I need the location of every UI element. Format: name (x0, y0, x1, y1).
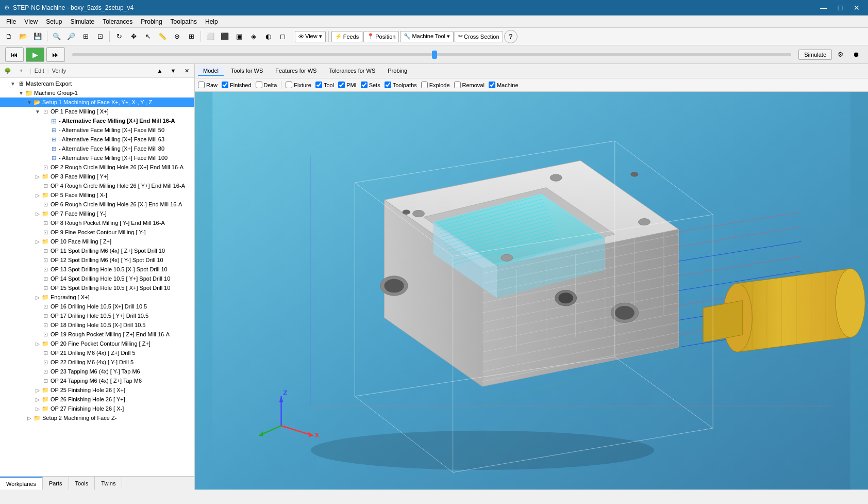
vo-fixture-checkbox[interactable] (286, 82, 292, 88)
tree-op2[interactable]: ▷ ⊡ OP 2 Rough Circle Milling Hole 26 [X… (0, 162, 194, 172)
vo-delta[interactable]: Delta (256, 82, 277, 88)
grid-button[interactable]: ⊞ (185, 30, 198, 43)
vo-fixture[interactable]: Fixture (286, 82, 311, 88)
close-panel-button[interactable]: ✕ (181, 66, 192, 76)
tree-alt3[interactable]: ▷ ⊞ - Alternative Face Milling [X+] Face… (0, 135, 194, 144)
vo-finished[interactable]: Finished (222, 82, 252, 88)
view-top-button[interactable]: ▣ (232, 30, 246, 43)
tree-op21[interactable]: ▷ ⊡ OP 21 Drilling M6 (4x) [ Z+] Drill 5 (0, 348, 194, 357)
tree-op23[interactable]: ▷ ⊡ OP 23 Tapping M6 (4x) [ Y-] Tap M6 (0, 367, 194, 376)
progress-bar[interactable] (72, 53, 791, 56)
record-button[interactable]: ⏺ (849, 48, 863, 61)
tree-op19[interactable]: ▷ ⊡ OP 19 Rough Pocket Milling [ Z+] End… (0, 330, 194, 339)
tree-op4[interactable]: ▷ ⊡ OP 4 Rough Circle Milling Hole 26 [ … (0, 181, 194, 190)
view-iso-button[interactable]: ◈ (247, 30, 260, 43)
tab-tools[interactable]: Tools (69, 477, 95, 490)
expander-op10[interactable]: ▷ (34, 238, 41, 245)
edit-label[interactable]: Edit (35, 68, 44, 74)
vo-explode-checkbox[interactable] (421, 82, 428, 88)
tree-engraving[interactable]: ▷ 📁 Engraving [ X+] (0, 292, 194, 302)
tree-op1[interactable]: ▼ ⊡ OP 1 Face Milling [ X+] (0, 107, 194, 116)
minimize-button[interactable]: — (816, 1, 831, 15)
rt-tab-probing[interactable]: Probing (382, 67, 412, 76)
vo-toolpaths[interactable]: Toolpaths (385, 82, 417, 88)
tree-op20[interactable]: ▷ 📁 OP 20 Fine Pocket Contour Milling [ … (0, 339, 194, 348)
menu-tolerances[interactable]: Tolerances (98, 16, 137, 27)
vo-removal-checkbox[interactable] (454, 82, 461, 88)
vo-pmi[interactable]: PMI (338, 82, 357, 88)
tree-alt2[interactable]: ▷ ⊞ - Alternative Face Milling [X+] Face… (0, 125, 194, 135)
tree-op15[interactable]: ▷ ⊡ OP 15 Spot Drilling Hole 10.5 [ X+] … (0, 283, 194, 292)
tree-op7[interactable]: ▷ 📁 OP 7 Face Milling [ Y-] (0, 209, 194, 218)
tree-setup1[interactable]: ▼ 📂 Setup 1 Machining of Face X+, Y+, X-… (0, 97, 194, 107)
vo-toolpaths-checkbox[interactable] (385, 82, 391, 88)
select-button[interactable]: ↖ (141, 30, 155, 43)
expander-engraving[interactable]: ▷ (34, 294, 41, 301)
expander-root[interactable]: ▼ (9, 80, 16, 87)
menu-toolpaths[interactable]: Toolpaths (166, 16, 201, 27)
expander-setup1[interactable]: ▼ (26, 99, 33, 106)
machine-tool-dropdown[interactable]: 🔧 Machine Tool ▾ (400, 31, 454, 42)
tree-alt5[interactable]: ▷ ⊞ - Alternative Face Milling [X+] Face… (0, 153, 194, 162)
viewport[interactable]: Z X (195, 92, 868, 490)
nav-up-button[interactable]: ▲ (154, 66, 165, 76)
cross-section-button[interactable]: ✂ Cross Section (455, 31, 503, 42)
tree-op14[interactable]: ▷ ⊡ OP 14 Spot Drilling Hole 10.5 [ Y+] … (0, 274, 194, 283)
tree-alt1[interactable]: ▷ ⊞ - Alternative Face Milling [X+] End … (0, 116, 194, 125)
menu-file[interactable]: File (2, 16, 20, 27)
settings-button[interactable]: ⚙ (834, 48, 847, 61)
shading-button[interactable]: ◐ (261, 30, 275, 43)
snap-button[interactable]: ⊕ (170, 30, 183, 43)
zoom-in-button[interactable]: 🔍 (50, 30, 63, 43)
tree-setup2[interactable]: ▷ 📁 Setup 2 Machining of Face Z- (0, 413, 194, 422)
menu-simulate[interactable]: Simulate (66, 16, 99, 27)
tree-op13[interactable]: ▷ ⊡ OP 13 Spot Drilling Hole 10.5 [X-] S… (0, 265, 194, 274)
help-button[interactable]: ? (504, 30, 518, 43)
expander-op25[interactable]: ▷ (34, 386, 41, 394)
menu-view[interactable]: View (20, 16, 42, 27)
skip-end-button[interactable]: ⏭ (46, 47, 65, 62)
tree-op6[interactable]: ▷ ⊡ OP 6 Rough Circle Milling Hole 26 [X… (0, 200, 194, 209)
vo-sets[interactable]: Sets (361, 82, 380, 88)
expander-op1[interactable]: ▼ (34, 108, 41, 115)
vo-machine[interactable]: Machine (489, 82, 519, 88)
pan-button[interactable]: ✥ (127, 30, 140, 43)
menu-setup[interactable]: Setup (42, 16, 66, 27)
expander-setup2[interactable]: ▷ (26, 414, 33, 421)
tab-parts[interactable]: Parts (43, 477, 69, 490)
view-side-button[interactable]: ⬛ (218, 30, 231, 43)
vo-tool[interactable]: Tool (315, 82, 334, 88)
zoom-window-button[interactable]: ⊡ (93, 30, 107, 43)
vo-raw[interactable]: Raw (198, 82, 218, 88)
rotate-button[interactable]: ↻ (112, 30, 126, 43)
tree-op3[interactable]: ▷ 📁 OP 3 Face Milling [ Y+] (0, 172, 194, 181)
vo-sets-checkbox[interactable] (361, 82, 368, 88)
simulate-button[interactable]: Simulate (798, 50, 832, 60)
tree-op12[interactable]: ▷ ⊡ OP 12 Spot Drilling M6 (4x) [ Y-] Sp… (0, 255, 194, 265)
zoom-out-button[interactable]: 🔎 (64, 30, 78, 43)
tab-workplanes[interactable]: Workplanes (0, 477, 43, 490)
tree-op17[interactable]: ▷ ⊡ OP 17 Drilling Hole 10.5 [ Y+] Drill… (0, 311, 194, 320)
expander-op27[interactable]: ▷ (34, 405, 41, 412)
new-button[interactable]: 🗋 (2, 30, 15, 43)
menu-help[interactable]: Help (201, 16, 222, 27)
expander-op5[interactable]: ▷ (34, 191, 41, 199)
view-dropdown[interactable]: 👁 View ▾ (295, 31, 326, 42)
expander-op26[interactable]: ▷ (34, 396, 41, 403)
close-button[interactable]: ✕ (849, 1, 864, 15)
skip-start-button[interactable]: ⏮ (5, 47, 24, 62)
tree-op16[interactable]: ▷ ⊡ OP 16 Drilling Hole 10.5 [X+] Drill … (0, 302, 194, 311)
add-item-button[interactable]: + (15, 66, 27, 76)
expander-mg[interactable]: ▼ (18, 89, 25, 96)
vo-tool-checkbox[interactable] (315, 82, 322, 88)
tree-op27[interactable]: ▷ 📁 OP 27 Finishing Hole 26 [ X-] (0, 404, 194, 413)
maximize-button[interactable]: □ (833, 1, 847, 15)
nav-down-button[interactable]: ▼ (168, 66, 179, 76)
tree-machine-group[interactable]: ▼ 📁 Machine Group-1 (0, 88, 194, 97)
vo-explode[interactable]: Explode (421, 82, 450, 88)
tree-op9[interactable]: ▷ ⊡ OP 9 Fine Pocket Contour Milling [ Y… (0, 227, 194, 237)
view-front-button[interactable]: ⬜ (204, 30, 217, 43)
vo-delta-checkbox[interactable] (256, 82, 262, 88)
save-button[interactable]: 💾 (31, 30, 44, 43)
expander-op20[interactable]: ▷ (34, 340, 41, 347)
